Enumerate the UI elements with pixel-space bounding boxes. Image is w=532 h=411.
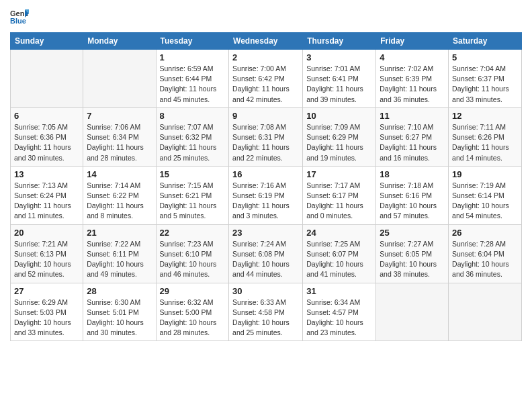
calendar-cell: 6Sunrise: 7:05 AMSunset: 6:36 PMDaylight… — [11, 107, 83, 166]
calendar-week-row: 20Sunrise: 7:21 AMSunset: 6:13 PMDayligh… — [11, 224, 522, 283]
day-info: Sunrise: 7:13 AMSunset: 6:24 PMDaylight:… — [14, 181, 79, 222]
calendar-cell — [376, 283, 449, 341]
calendar-cell: 19Sunrise: 7:19 AMSunset: 6:14 PMDayligh… — [449, 166, 522, 224]
day-number: 2 — [232, 52, 299, 62]
day-number: 5 — [452, 52, 518, 62]
page: General Blue SundayMondayTuesdayWednesda… — [0, 0, 532, 348]
calendar-cell: 7Sunrise: 7:06 AMSunset: 6:34 PMDaylight… — [83, 107, 156, 166]
calendar-week-row: 6Sunrise: 7:05 AMSunset: 6:36 PMDaylight… — [11, 107, 522, 166]
calendar-cell: 11Sunrise: 7:10 AMSunset: 6:27 PMDayligh… — [376, 107, 449, 166]
calendar-cell: 8Sunrise: 7:07 AMSunset: 6:32 PMDaylight… — [156, 107, 229, 166]
day-info: Sunrise: 7:05 AMSunset: 6:36 PMDaylight:… — [14, 122, 79, 163]
weekday-header-thursday: Thursday — [303, 33, 376, 50]
calendar-cell: 27Sunrise: 6:29 AMSunset: 5:03 PMDayligh… — [11, 283, 83, 341]
day-number: 28 — [87, 286, 152, 296]
day-info: Sunrise: 7:28 AMSunset: 6:04 PMDaylight:… — [452, 239, 518, 280]
weekday-header-friday: Friday — [376, 33, 449, 50]
calendar-cell: 20Sunrise: 7:21 AMSunset: 6:13 PMDayligh… — [11, 224, 83, 283]
calendar-table: SundayMondayTuesdayWednesdayThursdayFrid… — [10, 32, 522, 341]
day-info: Sunrise: 6:59 AMSunset: 6:44 PMDaylight:… — [160, 64, 226, 105]
day-info: Sunrise: 7:19 AMSunset: 6:14 PMDaylight:… — [452, 181, 518, 222]
calendar-cell: 1Sunrise: 6:59 AMSunset: 6:44 PMDaylight… — [156, 50, 229, 108]
calendar-cell — [83, 50, 156, 108]
day-info: Sunrise: 7:25 AMSunset: 6:07 PMDaylight:… — [306, 239, 372, 280]
calendar-cell — [449, 283, 522, 341]
day-info: Sunrise: 6:29 AMSunset: 5:03 PMDaylight:… — [14, 298, 79, 338]
day-number: 19 — [452, 169, 518, 179]
calendar-cell: 25Sunrise: 7:27 AMSunset: 6:05 PMDayligh… — [376, 224, 449, 283]
logo: General Blue — [10, 7, 30, 26]
day-info: Sunrise: 7:04 AMSunset: 6:37 PMDaylight:… — [452, 64, 518, 105]
day-info: Sunrise: 7:06 AMSunset: 6:34 PMDaylight:… — [87, 122, 152, 163]
calendar-week-row: 1Sunrise: 6:59 AMSunset: 6:44 PMDaylight… — [11, 50, 522, 108]
weekday-header-monday: Monday — [83, 33, 156, 50]
calendar-cell: 13Sunrise: 7:13 AMSunset: 6:24 PMDayligh… — [11, 166, 83, 224]
day-number: 30 — [232, 286, 299, 296]
day-number: 4 — [380, 52, 445, 62]
svg-text:Blue: Blue — [10, 17, 26, 25]
calendar-cell: 21Sunrise: 7:22 AMSunset: 6:11 PMDayligh… — [83, 224, 156, 283]
day-number: 6 — [14, 111, 79, 121]
day-number: 11 — [380, 111, 445, 121]
calendar-cell: 23Sunrise: 7:24 AMSunset: 6:08 PMDayligh… — [229, 224, 303, 283]
calendar-cell: 29Sunrise: 6:32 AMSunset: 5:00 PMDayligh… — [156, 283, 229, 341]
calendar-cell: 16Sunrise: 7:16 AMSunset: 6:19 PMDayligh… — [229, 166, 303, 224]
calendar-cell: 17Sunrise: 7:17 AMSunset: 6:17 PMDayligh… — [303, 166, 376, 224]
calendar-cell: 2Sunrise: 7:00 AMSunset: 6:42 PMDaylight… — [229, 50, 303, 108]
day-info: Sunrise: 7:23 AMSunset: 6:10 PMDaylight:… — [160, 239, 226, 280]
weekday-header-saturday: Saturday — [449, 33, 522, 50]
day-info: Sunrise: 6:30 AMSunset: 5:01 PMDaylight:… — [87, 298, 152, 338]
day-info: Sunrise: 7:15 AMSunset: 6:21 PMDaylight:… — [160, 181, 226, 222]
day-number: 31 — [306, 286, 372, 296]
calendar-cell: 12Sunrise: 7:11 AMSunset: 6:26 PMDayligh… — [449, 107, 522, 166]
calendar-cell: 28Sunrise: 6:30 AMSunset: 5:01 PMDayligh… — [83, 283, 156, 341]
day-info: Sunrise: 7:00 AMSunset: 6:42 PMDaylight:… — [232, 64, 299, 105]
calendar-cell: 22Sunrise: 7:23 AMSunset: 6:10 PMDayligh… — [156, 224, 229, 283]
weekday-header-sunday: Sunday — [11, 33, 83, 50]
day-number: 27 — [14, 286, 79, 296]
calendar-cell: 24Sunrise: 7:25 AMSunset: 6:07 PMDayligh… — [303, 224, 376, 283]
day-number: 17 — [306, 169, 372, 179]
calendar-cell: 3Sunrise: 7:01 AMSunset: 6:41 PMDaylight… — [303, 50, 376, 108]
weekday-header-row: SundayMondayTuesdayWednesdayThursdayFrid… — [11, 33, 522, 50]
day-info: Sunrise: 7:02 AMSunset: 6:39 PMDaylight:… — [380, 64, 445, 105]
calendar-week-row: 27Sunrise: 6:29 AMSunset: 5:03 PMDayligh… — [11, 283, 522, 341]
day-info: Sunrise: 7:16 AMSunset: 6:19 PMDaylight:… — [232, 181, 299, 222]
day-info: Sunrise: 7:09 AMSunset: 6:29 PMDaylight:… — [306, 122, 372, 163]
day-info: Sunrise: 7:11 AMSunset: 6:26 PMDaylight:… — [452, 122, 518, 163]
day-number: 26 — [452, 228, 518, 238]
day-info: Sunrise: 6:32 AMSunset: 5:00 PMDaylight:… — [160, 298, 226, 338]
day-info: Sunrise: 7:24 AMSunset: 6:08 PMDaylight:… — [232, 239, 299, 280]
day-info: Sunrise: 6:33 AMSunset: 4:58 PMDaylight:… — [232, 298, 299, 338]
day-number: 23 — [232, 228, 299, 238]
calendar-cell: 18Sunrise: 7:18 AMSunset: 6:16 PMDayligh… — [376, 166, 449, 224]
day-info: Sunrise: 7:17 AMSunset: 6:17 PMDaylight:… — [306, 181, 372, 222]
day-number: 7 — [87, 111, 152, 121]
calendar-cell: 15Sunrise: 7:15 AMSunset: 6:21 PMDayligh… — [156, 166, 229, 224]
day-info: Sunrise: 7:18 AMSunset: 6:16 PMDaylight:… — [380, 181, 445, 222]
day-number: 18 — [380, 169, 445, 179]
day-info: Sunrise: 7:07 AMSunset: 6:32 PMDaylight:… — [160, 122, 226, 163]
day-number: 15 — [160, 169, 226, 179]
day-info: Sunrise: 7:27 AMSunset: 6:05 PMDaylight:… — [380, 239, 445, 280]
day-info: Sunrise: 7:22 AMSunset: 6:11 PMDaylight:… — [87, 239, 152, 280]
calendar-week-row: 13Sunrise: 7:13 AMSunset: 6:24 PMDayligh… — [11, 166, 522, 224]
calendar-cell: 31Sunrise: 6:34 AMSunset: 4:57 PMDayligh… — [303, 283, 376, 341]
day-info: Sunrise: 7:14 AMSunset: 6:22 PMDaylight:… — [87, 181, 152, 222]
day-number: 13 — [14, 169, 79, 179]
day-number: 22 — [160, 228, 226, 238]
day-number: 8 — [160, 111, 226, 121]
day-number: 14 — [87, 169, 152, 179]
day-info: Sunrise: 7:08 AMSunset: 6:31 PMDaylight:… — [232, 122, 299, 163]
calendar-cell: 26Sunrise: 7:28 AMSunset: 6:04 PMDayligh… — [449, 224, 522, 283]
calendar-cell — [11, 50, 83, 108]
day-number: 12 — [452, 111, 518, 121]
day-number: 20 — [14, 228, 79, 238]
calendar-cell: 9Sunrise: 7:08 AMSunset: 6:31 PMDaylight… — [229, 107, 303, 166]
calendar-cell: 4Sunrise: 7:02 AMSunset: 6:39 PMDaylight… — [376, 50, 449, 108]
day-number: 9 — [232, 111, 299, 121]
day-number: 1 — [160, 52, 226, 62]
calendar-cell: 10Sunrise: 7:09 AMSunset: 6:29 PMDayligh… — [303, 107, 376, 166]
day-number: 25 — [380, 228, 445, 238]
day-info: Sunrise: 6:34 AMSunset: 4:57 PMDaylight:… — [306, 298, 372, 338]
